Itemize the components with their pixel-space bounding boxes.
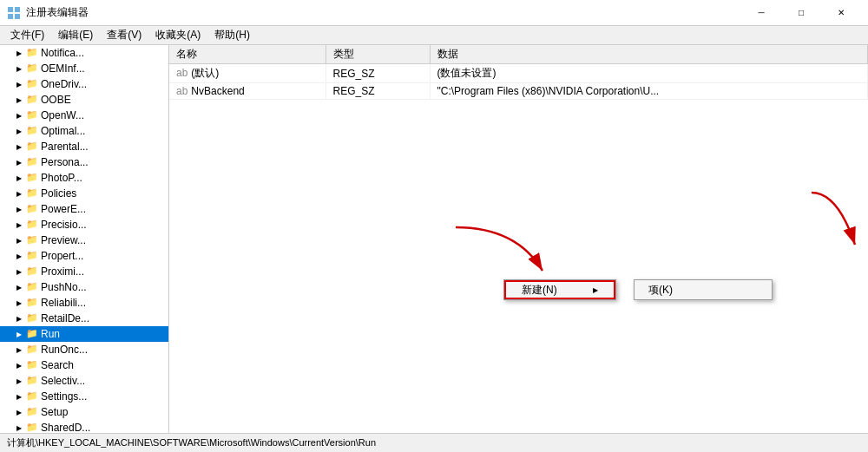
folder-icon: 📁: [26, 359, 38, 371]
expand-icon[interactable]: ▶: [14, 298, 24, 308]
expand-icon[interactable]: ▶: [14, 313, 24, 324]
expand-icon[interactable]: ▶: [14, 48, 24, 58]
tree-item[interactable]: ▶📁Persona...: [0, 154, 168, 170]
tree-item-label: Preview...: [41, 234, 86, 246]
tree-item[interactable]: ▶📁RetailDe...: [0, 311, 168, 326]
tree-item-label: PushNo...: [41, 281, 87, 293]
folder-icon: 📁: [26, 187, 38, 200]
expand-icon[interactable]: ▶: [14, 204, 24, 214]
folder-icon: 📁: [26, 390, 38, 403]
maximize-button[interactable]: □: [781, 0, 821, 26]
menu-file[interactable]: 文件(F): [3, 26, 51, 44]
tree-item-label: Parental...: [41, 141, 89, 153]
expand-icon[interactable]: ▶: [14, 423, 24, 433]
expand-icon[interactable]: ▶: [14, 235, 24, 246]
cell-type: REG_SZ: [326, 83, 430, 100]
tree-item-label: PhotoP...: [41, 172, 82, 184]
table-row[interactable]: abNvBackendREG_SZ"C:\Program Files (x86)…: [169, 83, 868, 100]
close-button[interactable]: ✕: [821, 0, 861, 26]
new-menu-item[interactable]: 新建(N): [504, 280, 615, 299]
sub-menu[interactable]: 项(K): [634, 279, 773, 300]
tree-item[interactable]: ▶📁Policies: [0, 186, 168, 201]
expand-icon[interactable]: ▶: [14, 376, 24, 386]
tree-item[interactable]: ▶📁PushNo...: [0, 279, 168, 295]
tree-item[interactable]: ▶📁Reliabili...: [0, 295, 168, 311]
tree-item-label: Optimal...: [41, 125, 85, 137]
tree-item[interactable]: ▶📁Precisio...: [0, 217, 168, 233]
cell-type: REG_SZ: [326, 64, 430, 83]
tree-item-label: Run: [41, 328, 60, 340]
tree-item[interactable]: ▶📁Notifica...: [0, 45, 168, 61]
window-title: 注册表编辑器: [26, 5, 741, 20]
tree-item[interactable]: ▶📁OpenW...: [0, 108, 168, 123]
expand-icon[interactable]: ▶: [14, 266, 24, 277]
expand-icon[interactable]: ▶: [14, 219, 24, 230]
expand-icon[interactable]: ▶: [14, 95, 24, 105]
expand-icon[interactable]: ▶: [14, 141, 24, 152]
tree-item[interactable]: ▶📁Parental...: [0, 139, 168, 154]
folder-icon: 📁: [26, 141, 38, 153]
tree-item-label: SharedD...: [41, 422, 90, 433]
expand-icon[interactable]: ▶: [14, 110, 24, 121]
folder-icon: 📁: [26, 406, 38, 418]
folder-icon: 📁: [26, 281, 38, 293]
folder-icon: 📁: [26, 312, 38, 324]
tree-item[interactable]: ▶📁Proximi...: [0, 264, 168, 279]
menu-view[interactable]: 查看(V): [100, 26, 148, 44]
folder-icon: 📁: [26, 109, 38, 121]
cell-name: ab(默认): [169, 64, 326, 83]
tree-item[interactable]: ▶📁OneDriv...: [0, 76, 168, 92]
tree-item-label: Propert...: [41, 250, 83, 262]
expand-icon[interactable]: ▶: [14, 79, 24, 89]
expand-icon[interactable]: ▶: [14, 391, 24, 402]
default-icon: ab: [176, 67, 187, 79]
tree-item[interactable]: ▶📁Propert...: [0, 248, 168, 264]
expand-icon[interactable]: ▶: [14, 157, 24, 167]
main-content: ▶📁Notifica...▶📁OEMInf...▶📁OneDriv...▶📁OO…: [0, 45, 868, 433]
tree-item[interactable]: ▶📁OOBE: [0, 92, 168, 108]
tree-item-label: Persona...: [41, 156, 89, 168]
col-data: 数据: [430, 45, 868, 64]
folder-icon: 📁: [26, 62, 38, 75]
string-icon: ab: [176, 85, 187, 97]
expand-icon[interactable]: ▶: [14, 360, 24, 370]
tree-item[interactable]: ▶📁Selectiv...: [0, 373, 168, 389]
tree-item[interactable]: ▶📁OEMInf...: [0, 61, 168, 76]
minimize-button[interactable]: ─: [741, 0, 781, 26]
registry-path: 计算机\HKEY_LOCAL_MACHINE\SOFTWARE\Microsof…: [7, 436, 376, 449]
table-row[interactable]: ab(默认)REG_SZ(数值未设置): [169, 64, 868, 83]
tree-item[interactable]: ▶📁SharedD...: [0, 420, 168, 433]
context-menu[interactable]: 新建(N): [503, 279, 616, 300]
cell-data: "C:\Program Files (x86)\NVIDIA Corporati…: [430, 83, 868, 100]
col-type: 类型: [326, 45, 430, 64]
tree-item[interactable]: ▶📁Run: [0, 326, 168, 342]
expand-icon[interactable]: ▶: [14, 251, 24, 261]
tree-item[interactable]: ▶📁Preview...: [0, 233, 168, 248]
expand-icon[interactable]: ▶: [14, 407, 24, 417]
expand-icon[interactable]: ▶: [14, 188, 24, 199]
expand-icon[interactable]: ▶: [14, 63, 24, 74]
sub-menu-item[interactable]: 项(K): [635, 280, 772, 299]
folder-icon: 📁: [26, 172, 38, 184]
expand-icon[interactable]: ▶: [14, 126, 24, 136]
tree-item[interactable]: ▶📁Settings...: [0, 389, 168, 404]
tree-item[interactable]: ▶📁RunOnc...: [0, 342, 168, 357]
expand-icon[interactable]: ▶: [14, 173, 24, 183]
folder-icon: 📁: [26, 328, 38, 340]
tree-item[interactable]: ▶📁Setup: [0, 404, 168, 420]
registry-table: 名称 类型 数据 ab(默认)REG_SZ(数值未设置)abNvBackendR…: [169, 45, 868, 100]
expand-icon[interactable]: ▶: [14, 329, 24, 339]
folder-icon: 📁: [26, 78, 38, 90]
menu-favorites[interactable]: 收藏夹(A): [148, 26, 207, 44]
expand-icon[interactable]: ▶: [14, 344, 24, 355]
menu-edit[interactable]: 编辑(E): [51, 26, 100, 44]
tree-item[interactable]: ▶📁PhotoP...: [0, 170, 168, 186]
tree-item-label: Notifica...: [41, 47, 84, 59]
tree-item[interactable]: ▶📁Optimal...: [0, 123, 168, 139]
expand-icon[interactable]: ▶: [14, 282, 24, 292]
tree-item[interactable]: ▶📁Search: [0, 357, 168, 373]
registry-tree[interactable]: ▶📁Notifica...▶📁OEMInf...▶📁OneDriv...▶📁OO…: [0, 45, 169, 433]
menu-help[interactable]: 帮助(H): [207, 26, 257, 44]
folder-icon: 📁: [26, 156, 38, 168]
tree-item[interactable]: ▶📁PowerE...: [0, 201, 168, 217]
